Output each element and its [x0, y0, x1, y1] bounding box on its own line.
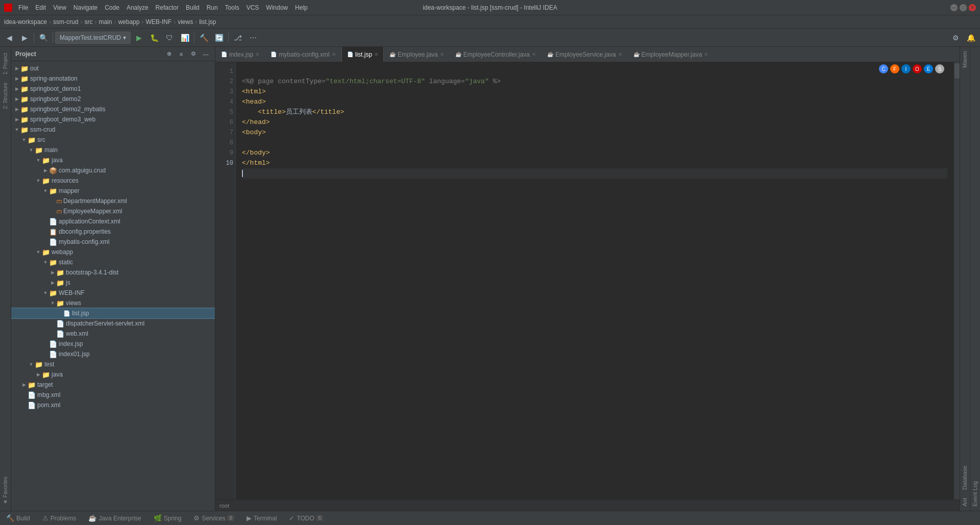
tree-item-webinf[interactable]: ▼ 📁 WEB-INF	[11, 288, 215, 298]
tree-item-js[interactable]: ▶ 📁 js	[11, 278, 215, 288]
project-expand-button[interactable]: ≡	[176, 49, 186, 59]
tab-close-index-jsp[interactable]: ✕	[255, 52, 259, 57]
menu-window[interactable]: Window	[263, 3, 291, 12]
tree-item-list-jsp[interactable]: 📄 list.jsp	[11, 308, 215, 318]
tree-item-springboot-demo2-mybatis[interactable]: ▶ 📁 springboot_demo2_mybatis	[11, 104, 215, 114]
menu-navigate[interactable]: Navigate	[70, 3, 101, 12]
tree-item-src[interactable]: ▼ 📁 src	[11, 135, 215, 145]
tab-close-employee-java[interactable]: ✕	[440, 52, 444, 57]
tree-item-department-mapper-xml[interactable]: 🗃 DepartmentMapper.xml	[11, 196, 215, 206]
tab-employee-java[interactable]: ☕ Employee.java ✕	[384, 47, 450, 62]
menu-edit[interactable]: Edit	[32, 3, 49, 12]
tree-item-views[interactable]: ▼ 📁 views	[11, 298, 215, 308]
git-button[interactable]: ⎇	[231, 31, 245, 45]
menu-build[interactable]: Build	[183, 3, 203, 12]
vertical-scrollbar[interactable]	[953, 62, 960, 499]
sidebar-item-structure[interactable]: 2: Structure	[1, 79, 10, 113]
browser-icon-ie[interactable]: I	[901, 64, 911, 73]
tree-item-main[interactable]: ▼ 📁 main	[11, 145, 215, 155]
breadcrumb-main[interactable]: main	[99, 18, 112, 26]
maximize-button[interactable]: □	[960, 4, 967, 11]
breadcrumb-ssm-crud[interactable]: ssm-crud	[53, 18, 78, 26]
bottom-tab-services[interactable]: ⚙ Services 8	[191, 513, 236, 523]
browser-icon-opera[interactable]: O	[913, 64, 922, 73]
project-hide-button[interactable]: —	[201, 49, 211, 59]
tree-item-employee-mapper-xml[interactable]: 🗃 EmployeeMapper.xml	[11, 206, 215, 216]
bottom-tab-problems[interactable]: ⚠ Problems	[40, 513, 79, 523]
build-button[interactable]: 🔨	[197, 31, 211, 45]
tab-employee-service[interactable]: ☕ EmployeeService.java ✕	[542, 47, 628, 62]
tree-item-test-java[interactable]: ▶ 📁 java	[11, 369, 215, 380]
menu-help[interactable]: Help	[292, 3, 311, 12]
tab-close-list-jsp[interactable]: ✕	[374, 52, 378, 57]
tree-item-springboot-demo2[interactable]: ▶ 📁 springboot_demo2	[11, 94, 215, 104]
tree-item-web-xml[interactable]: 📄 web.xml	[11, 329, 215, 339]
browser-icon-safari[interactable]: S	[935, 64, 944, 73]
settings-button[interactable]: ⚙	[948, 31, 963, 45]
code-content[interactable]: <%@ page contentType="text/html;charset=…	[236, 62, 953, 499]
breadcrumb-src[interactable]: src	[84, 18, 92, 26]
tab-mybatis-config[interactable]: 📄 mybatis-config.xml ✕	[265, 47, 341, 62]
more-tools-button[interactable]: ⋯	[246, 31, 260, 45]
tree-item-resources[interactable]: ▼ 📁 resources	[11, 176, 215, 186]
event-log-label[interactable]: Event Log	[970, 477, 980, 511]
menu-analyze[interactable]: Analyze	[124, 3, 152, 12]
tab-list-jsp[interactable]: 📄 list.jsp ✕	[341, 47, 384, 62]
run-configuration-dropdown[interactable]: MapperTest.testCRUD ▾	[55, 32, 131, 44]
bottom-tab-terminal[interactable]: ▶ Terminal	[244, 513, 279, 523]
right-panel-maven[interactable]: Maven	[960, 47, 970, 72]
tree-item-dispatcher-servlet[interactable]: 📄 dispatcherServlet-servlet.xml	[11, 318, 215, 329]
tab-close-mybatis-config[interactable]: ✕	[332, 52, 336, 57]
menu-refactor[interactable]: Refactor	[153, 3, 182, 12]
project-locate-button[interactable]: ⊕	[164, 49, 174, 59]
coverage-button[interactable]: 🛡	[162, 31, 177, 45]
tree-item-mybatis-config-xml[interactable]: 📄 mybatis-config.xml	[11, 237, 215, 247]
profile-button[interactable]: 📊	[178, 31, 192, 45]
run-button[interactable]: ▶	[132, 31, 146, 45]
breadcrumb-list-jsp[interactable]: list.jsp	[199, 18, 216, 26]
menu-file[interactable]: File	[15, 3, 31, 12]
sidebar-item-project[interactable]: 1: Project	[1, 49, 10, 79]
tree-item-webapp[interactable]: ▼ 📁 webapp	[11, 247, 215, 257]
tree-item-com-atguigu-crud[interactable]: ▶ 📦 com.atguigu.crud	[11, 165, 215, 176]
tab-close-employee-mapper[interactable]: ✕	[704, 52, 708, 57]
tree-item-dbconfig[interactable]: 📋 dbconfig.properties	[11, 227, 215, 237]
tab-close-employee-service[interactable]: ✕	[618, 52, 622, 57]
breadcrumb-idea-workspace[interactable]: idea-workspace	[4, 18, 47, 26]
tree-item-static[interactable]: ▼ 📁 static	[11, 257, 215, 267]
tree-item-java[interactable]: ▼ 📁 java	[11, 155, 215, 165]
bottom-tab-spring[interactable]: 🌿 Spring	[152, 513, 184, 523]
code-editor[interactable]: 1 2 3 4 5 6 7 8 9 10 <%@ page contentTyp…	[215, 62, 960, 499]
right-panel-database[interactable]: Database	[960, 462, 970, 494]
right-panel-ant[interactable]: Ant	[960, 494, 970, 511]
tree-item-index-jsp[interactable]: 📄 index.jsp	[11, 339, 215, 349]
tab-employee-mapper[interactable]: ☕ EmployeeMapper.java ✕	[628, 47, 714, 62]
close-button[interactable]: ✕	[969, 4, 976, 11]
menu-view[interactable]: View	[50, 3, 69, 12]
tree-item-index01-jsp[interactable]: 📄 index01.jsp	[11, 349, 215, 359]
menu-vcs[interactable]: VCS	[243, 3, 262, 12]
search-everywhere-button[interactable]: 🔍	[36, 31, 51, 45]
tree-item-spring-annotation[interactable]: ▶ 📁 spring-annotation	[11, 73, 215, 84]
tree-item-pom-xml[interactable]: 📄 pom.xml	[11, 400, 215, 410]
tree-item-mbg-xml[interactable]: 📄 mbg.xml	[11, 390, 215, 400]
notifications-button[interactable]: 🔔	[964, 31, 978, 45]
tree-item-bootstrap[interactable]: ▶ 📁 bootstrap-3.4.1-dist	[11, 267, 215, 278]
breadcrumb-webinf[interactable]: WEB-INF	[145, 18, 172, 26]
breadcrumb-views[interactable]: views	[178, 18, 193, 26]
tree-item-springboot-demo1[interactable]: ▶ 📁 springboot_demo1	[11, 84, 215, 94]
bottom-tab-java-enterprise[interactable]: ☕ Java Enterprise	[86, 513, 143, 523]
forward-button[interactable]: ▶	[17, 31, 32, 45]
browser-icon-edge[interactable]: E	[924, 64, 933, 73]
tree-item-out[interactable]: ▶ 📁 out	[11, 63, 215, 73]
tree-item-application-context[interactable]: 📄 applicationContext.xml	[11, 216, 215, 227]
scrollbar-thumb[interactable]	[954, 63, 960, 79]
tab-employee-controller[interactable]: ☕ EmployeeController.java ✕	[450, 47, 542, 62]
debug-button[interactable]: 🐛	[147, 31, 161, 45]
minimize-button[interactable]: —	[950, 4, 958, 11]
tab-index-jsp[interactable]: 📄 index.jsp ✕	[215, 47, 265, 62]
browser-icon-firefox[interactable]: F	[890, 64, 899, 73]
menu-code[interactable]: Code	[102, 3, 122, 12]
browser-icon-chrome[interactable]: C	[879, 64, 888, 73]
tree-item-ssm-crud[interactable]: ▼ 📁 ssm-crud	[11, 124, 215, 135]
